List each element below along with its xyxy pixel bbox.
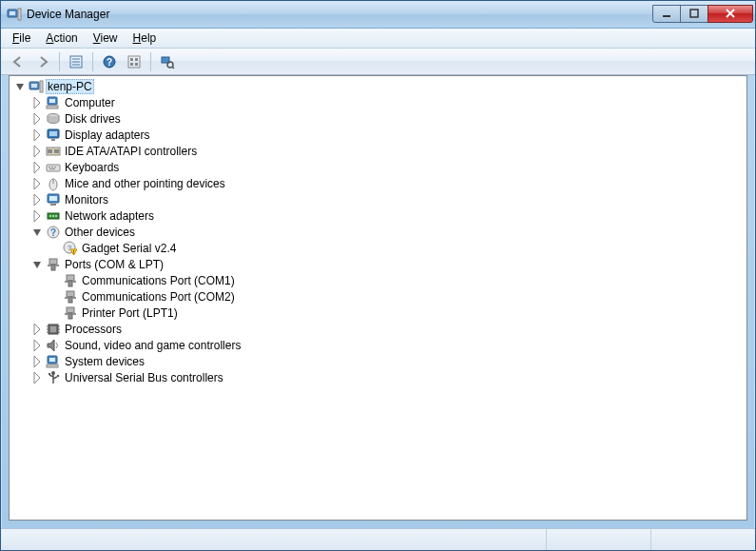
spacer [48, 305, 63, 321]
category-disk-drives[interactable]: Disk drives [10, 110, 746, 127]
category-other-devices[interactable]: Other devices [10, 224, 746, 240]
expand-icon[interactable] [30, 322, 46, 337]
node-label: Monitors [63, 193, 110, 207]
status-cell [650, 529, 755, 550]
status-cell [1, 529, 546, 550]
svg-rect-68 [690, 10, 698, 17]
port-icon [63, 305, 78, 321]
toolbar [1, 49, 755, 75]
node-label: Sound, video and game controllers [63, 339, 242, 352]
sound-icon [46, 338, 61, 353]
app-icon [7, 7, 22, 22]
toolbar-separator [92, 52, 93, 71]
expand-icon[interactable] [30, 370, 46, 385]
content-area: kenp-PC Computer Disk drives [1, 75, 755, 528]
status-bar [1, 528, 755, 550]
toolbar-separator [150, 52, 151, 71]
menu-help[interactable]: Help [126, 30, 165, 47]
category-mice[interactable]: Mice and other pointing devices [10, 175, 746, 191]
menu-file[interactable]: File [5, 30, 38, 47]
node-label: Gadget Serial v2.4 [80, 242, 178, 255]
node-label: Keyboards [63, 161, 121, 174]
spacer [48, 241, 63, 256]
menu-view[interactable]: View [86, 30, 126, 47]
status-cell [546, 529, 650, 550]
keyboard-icon [46, 160, 61, 175]
node-label: Computer [63, 96, 117, 109]
warning-icon [63, 241, 78, 256]
node-label: Network adapters [63, 209, 156, 223]
mouse-icon [46, 176, 61, 191]
spacer [48, 273, 63, 288]
expand-icon[interactable] [30, 192, 46, 207]
category-network[interactable]: Network adapters [10, 207, 746, 224]
svg-rect-67 [663, 15, 670, 17]
back-button[interactable] [7, 50, 29, 73]
window-title: Device Manager [27, 8, 653, 21]
expand-icon[interactable] [30, 354, 46, 369]
show-hide-tree-button[interactable] [65, 50, 87, 73]
device-lpt1[interactable]: Printer Port (LPT1) [10, 305, 746, 321]
expand-icon[interactable] [30, 160, 46, 175]
menu-action[interactable]: Action [38, 30, 85, 47]
node-label: IDE ATA/ATAPI controllers [63, 145, 199, 158]
device-com1[interactable]: Communications Port (COM1) [10, 272, 746, 288]
category-monitors[interactable]: Monitors [10, 191, 746, 207]
node-label: Processors [63, 323, 124, 336]
category-processors[interactable]: Processors [10, 321, 746, 337]
titlebar[interactable]: Device Manager [1, 1, 755, 29]
window-controls [653, 6, 753, 24]
port-icon [46, 257, 61, 272]
toolbar-separator [59, 52, 60, 71]
expand-icon[interactable] [30, 128, 46, 143]
system-icon [46, 354, 61, 369]
node-label: Display adapters [63, 128, 151, 142]
collapse-icon[interactable] [13, 79, 29, 94]
device-tree[interactable]: kenp-PC Computer Disk drives [9, 75, 747, 521]
category-display-adapters[interactable]: Display adapters [10, 127, 746, 143]
expand-icon[interactable] [30, 95, 46, 110]
device-manager-window: Device Manager File Action View Help [0, 0, 756, 551]
expand-icon[interactable] [30, 208, 46, 224]
node-label: Communications Port (COM2) [80, 290, 237, 304]
category-system[interactable]: System devices [10, 353, 746, 369]
ide-icon [46, 144, 61, 159]
node-label: Disk drives [63, 112, 123, 126]
category-usb[interactable]: Universal Serial Bus controllers [10, 369, 746, 385]
expand-icon[interactable] [30, 338, 46, 353]
category-computer[interactable]: Computer [10, 94, 746, 110]
category-keyboards[interactable]: Keyboards [10, 159, 746, 175]
network-icon [46, 208, 61, 224]
disk-icon [46, 111, 61, 127]
computer-icon [29, 79, 44, 94]
tree-root[interactable]: kenp-PC [10, 78, 746, 94]
scan-hardware-button[interactable] [156, 50, 179, 73]
expand-icon[interactable] [30, 176, 46, 191]
category-sound[interactable]: Sound, video and game controllers [10, 337, 746, 353]
computer-icon [46, 95, 61, 110]
category-ports[interactable]: Ports (COM & LPT) [10, 256, 746, 272]
monitor-icon [46, 192, 61, 207]
collapse-icon[interactable] [30, 257, 46, 272]
minimize-button[interactable] [652, 5, 681, 23]
node-label: Universal Serial Bus controllers [63, 371, 225, 384]
node-label: Mice and other pointing devices [63, 177, 227, 190]
properties-button[interactable] [123, 50, 145, 73]
expand-icon[interactable] [30, 111, 46, 127]
usb-icon [46, 370, 61, 385]
collapse-icon[interactable] [30, 225, 46, 240]
help-button[interactable] [98, 50, 121, 73]
node-label: Communications Port (COM1) [80, 274, 237, 287]
other-icon [46, 225, 61, 240]
menu-bar: File Action View Help [1, 29, 755, 49]
close-button[interactable] [708, 5, 753, 23]
device-gadget-serial[interactable]: Gadget Serial v2.4 [10, 240, 746, 256]
node-label: kenp-PC [46, 79, 94, 94]
node-label: System devices [63, 355, 146, 368]
category-ide[interactable]: IDE ATA/ATAPI controllers [10, 143, 746, 159]
display-icon [46, 128, 61, 143]
expand-icon[interactable] [30, 144, 46, 159]
maximize-button[interactable] [680, 5, 708, 23]
device-com2[interactable]: Communications Port (COM2) [10, 288, 746, 305]
forward-button[interactable] [31, 50, 54, 73]
